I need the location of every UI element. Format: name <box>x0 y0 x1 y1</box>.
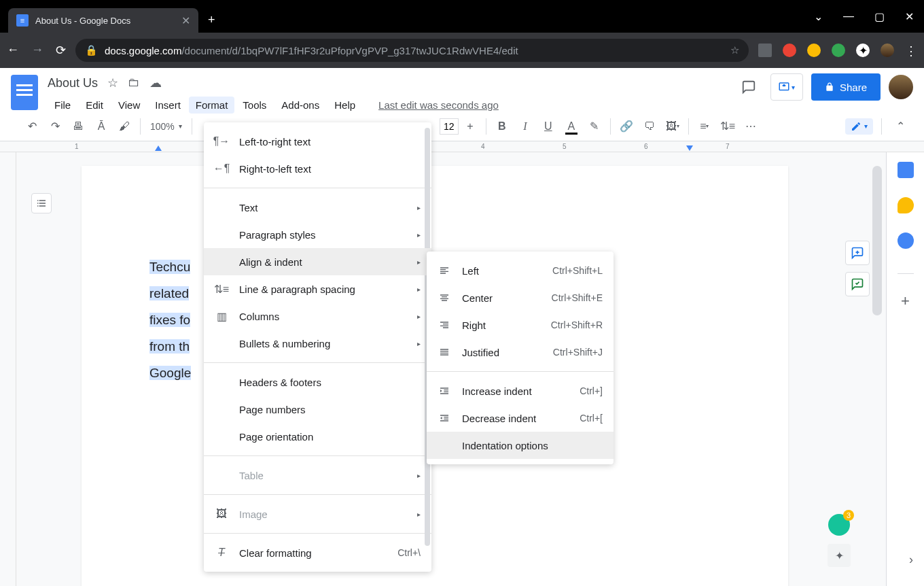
ext-icon[interactable] <box>807 44 821 57</box>
menu-item-text[interactable]: Text▸ <box>204 194 431 221</box>
menu-item-align-indent[interactable]: Align & indent▸ <box>204 248 431 275</box>
window-maximize-icon[interactable]: ▢ <box>874 10 885 23</box>
reload-icon[interactable]: ⟳ <box>56 43 66 58</box>
menu-help[interactable]: Help <box>327 97 362 114</box>
vertical-ruler[interactable] <box>0 152 16 586</box>
cloud-icon[interactable]: ☁ <box>149 75 162 90</box>
horizontal-ruler[interactable]: 1 4 5 6 7 <box>0 141 924 152</box>
menu-item-columns[interactable]: ▥Columns▸ <box>204 303 431 330</box>
image-icon[interactable]: 🖼▾ <box>662 116 683 137</box>
url-field[interactable]: 🔒 docs.google.com/document/d/1bqPW7lF1fH… <box>75 39 749 62</box>
menu-item-align-right[interactable]: Right Ctrl+Shift+R <box>427 311 614 339</box>
increase-font-icon[interactable]: + <box>460 116 480 137</box>
spellcheck-icon[interactable]: Ā <box>91 116 111 137</box>
collapse-icon[interactable]: ⌃ <box>890 116 910 137</box>
suggest-edit-icon[interactable] <box>845 272 870 296</box>
scroll-thumb[interactable] <box>872 166 882 315</box>
vertical-scrollbar[interactable] <box>872 166 882 574</box>
comments-history-icon[interactable] <box>735 73 762 101</box>
side-panel-expand-icon[interactable]: › <box>909 553 913 567</box>
tasks-icon[interactable] <box>898 232 914 249</box>
menu-item-clear-formatting[interactable]: T Clear formatting Ctrl+\ <box>204 539 431 566</box>
menu-item-line-spacing[interactable]: ⇅≡Line & paragraph spacing▸ <box>204 275 431 303</box>
window-dropdown-icon[interactable]: ⌄ <box>814 10 823 23</box>
user-avatar[interactable] <box>889 75 913 99</box>
extensions-icon[interactable]: ✦ <box>856 44 870 57</box>
editing-mode-button[interactable]: ▾ <box>845 118 873 135</box>
print-icon[interactable]: 🖶 <box>68 116 88 137</box>
window-minimize-icon[interactable]: — <box>843 10 854 23</box>
menu-item-image: 🖼Image▸ <box>204 500 431 528</box>
text-color-icon[interactable]: A <box>561 116 582 137</box>
menu-item-paragraph-styles[interactable]: Paragraph styles▸ <box>204 221 431 248</box>
menu-item-align-center[interactable]: Center Ctrl+Shift+E <box>427 284 614 311</box>
ext-icon[interactable] <box>832 44 845 57</box>
paint-format-icon[interactable]: 🖌 <box>114 116 135 137</box>
browser-tab[interactable]: ≡ About Us - Google Docs ✕ <box>8 8 198 33</box>
tab-close-icon[interactable]: ✕ <box>181 14 190 27</box>
menu-item-headers-footers[interactable]: Headers & footers <box>204 368 431 396</box>
menu-item-indentation-options[interactable]: Indentation options <box>427 432 614 459</box>
star-icon[interactable]: ☆ <box>107 75 118 90</box>
menu-item-rtl[interactable]: ←¶ Right-to-left text <box>204 155 431 182</box>
share-label: Share <box>840 82 867 93</box>
extension-icons: ✦ ⋮ <box>758 44 917 57</box>
profile-avatar[interactable] <box>881 44 894 57</box>
back-icon[interactable]: ← <box>7 43 19 58</box>
star-icon[interactable]: ☆ <box>730 44 739 56</box>
window-close-icon[interactable]: ✕ <box>905 10 914 23</box>
menu-insert[interactable]: Insert <box>148 97 188 114</box>
align-justify-icon <box>438 347 451 358</box>
menu-item-increase-indent[interactable]: Increase indent Ctrl+] <box>427 377 614 404</box>
bottom-right-widgets: ✦ <box>828 514 851 567</box>
share-button[interactable]: Share <box>811 73 881 101</box>
font-size-input[interactable] <box>440 118 459 135</box>
move-icon[interactable]: 🗀 <box>128 75 140 90</box>
left-indent-marker[interactable] <box>155 145 162 151</box>
menu-item-page-orientation[interactable]: Page orientation <box>204 423 431 450</box>
undo-icon[interactable]: ↶ <box>22 116 42 137</box>
browser-chrome: ⌄ — ▢ ✕ ≡ About Us - Google Docs ✕ + ← →… <box>0 0 924 68</box>
menu-item-align-left[interactable]: Left Ctrl+Shift+L <box>427 257 614 284</box>
italic-icon[interactable]: I <box>515 116 535 137</box>
calendar-icon[interactable] <box>898 162 914 178</box>
menu-file[interactable]: File <box>48 97 77 114</box>
redo-icon[interactable]: ↷ <box>45 116 65 137</box>
menu-item-page-numbers[interactable]: Page numbers <box>204 396 431 423</box>
highlight-icon[interactable]: ✎ <box>584 116 605 137</box>
align-icon[interactable]: ≡▾ <box>694 116 715 137</box>
menu-item-ltr[interactable]: ¶→ Left-to-right text <box>204 128 431 155</box>
new-tab-button[interactable]: + <box>208 13 215 33</box>
add-comment-icon[interactable] <box>845 241 870 265</box>
add-addon-icon[interactable]: + <box>898 293 914 309</box>
right-indent-marker[interactable] <box>686 145 693 151</box>
menu-addons[interactable]: Add-ons <box>274 97 326 114</box>
browser-menu-icon[interactable]: ⋮ <box>905 44 917 57</box>
comment-icon[interactable]: 🗨 <box>639 116 660 137</box>
menu-item-align-justified[interactable]: Justified Ctrl+Shift+J <box>427 339 614 366</box>
menu-tools[interactable]: Tools <box>236 97 273 114</box>
keep-icon[interactable] <box>898 197 914 213</box>
present-button[interactable]: ▾ <box>770 73 803 101</box>
menu-item-bullets[interactable]: Bullets & numbering▸ <box>204 330 431 357</box>
link-icon[interactable]: 🔗 <box>616 116 637 137</box>
menu-item-decrease-indent[interactable]: Decrease indent Ctrl+[ <box>427 404 614 432</box>
grammarly-icon[interactable] <box>828 514 850 536</box>
last-edit-link[interactable]: Last edit was seconds ago <box>372 97 505 114</box>
document-title[interactable]: About Us <box>48 76 98 90</box>
ext-icon[interactable] <box>758 44 772 57</box>
bold-icon[interactable]: B <box>492 116 512 137</box>
menu-view[interactable]: View <box>111 97 147 114</box>
line-spacing-icon[interactable]: ⇅≡ <box>717 116 738 137</box>
docs-logo-icon[interactable] <box>11 75 38 110</box>
more-icon[interactable]: ⋯ <box>741 116 761 137</box>
ruler-mark: 4 <box>481 143 485 150</box>
menu-format[interactable]: Format <box>189 97 235 114</box>
forward-icon: → <box>31 43 43 58</box>
explore-icon[interactable]: ✦ <box>828 544 851 567</box>
menu-edit[interactable]: Edit <box>79 97 110 114</box>
outline-toggle-icon[interactable] <box>31 193 52 213</box>
underline-icon[interactable]: U <box>538 116 558 137</box>
zoom-selector[interactable]: 100%▾ <box>146 121 186 132</box>
ext-icon[interactable] <box>783 44 796 57</box>
